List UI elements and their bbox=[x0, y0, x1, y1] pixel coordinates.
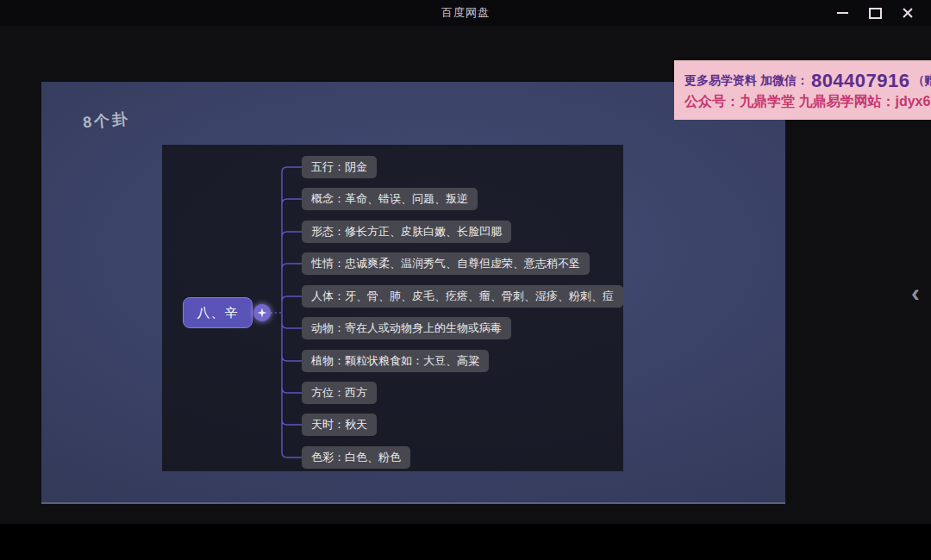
sparkle-icon bbox=[258, 308, 267, 318]
close-button[interactable] bbox=[891, 0, 924, 26]
promo-line1-prefix: 更多易学资料 加微信： bbox=[684, 73, 809, 89]
video-frame[interactable]: 8个卦 八、辛 五行：阴金概念：革命、错误、问题、叛逆形态：修长方正、皮肤白嫩、… bbox=[41, 82, 785, 504]
mindmap-branch: 五行：阴金 bbox=[302, 156, 377, 178]
close-icon bbox=[902, 7, 914, 19]
window-title: 百度网盘 bbox=[441, 5, 490, 21]
mindmap-branch: 人体：牙、骨、肺、皮毛、疙瘩、瘤、骨刺、湿疹、粉刺、痘 bbox=[302, 285, 623, 308]
maximize-icon bbox=[869, 8, 882, 19]
maximize-button[interactable] bbox=[859, 0, 891, 26]
video-watermark-title: 8个卦 bbox=[82, 109, 131, 134]
promo-watermark-overlay: 更多易学资料 加微信： 804407916 （赠送资料） 公众号：九鼎学堂 九鼎… bbox=[674, 60, 931, 120]
promo-line1: 更多易学资料 加微信： 804407916 （赠送资料） bbox=[684, 70, 931, 92]
promo-line2: 公众号：九鼎学堂 九鼎易学网站：jdyx6.com bbox=[684, 93, 931, 111]
mindmap-root-node: 八、辛 bbox=[183, 297, 253, 328]
mindmap-branch: 形态：修长方正、皮肤白嫩、长脸凹腮 bbox=[302, 221, 511, 243]
mindmap-branch: 植物：颗粒状粮食如：大豆、高粱 bbox=[302, 350, 489, 372]
mindmap-branch: 方位：西方 bbox=[302, 382, 377, 404]
mindmap-branch: 动物：寄在人或动物身上的生物或病毒 bbox=[302, 317, 511, 339]
promo-wechat-number: 804407916 bbox=[811, 70, 910, 92]
mindmap-branch: 色彩：白色、粉色 bbox=[302, 446, 410, 469]
mindmap-branch: 天时：秋天 bbox=[302, 414, 377, 436]
promo-line1-suffix: （赠送资料） bbox=[913, 73, 931, 89]
title-bar: 百度网盘 bbox=[0, 0, 931, 26]
minimize-button[interactable] bbox=[826, 0, 859, 26]
window-controls bbox=[826, 0, 924, 26]
panel-collapse-button[interactable]: ‹ bbox=[903, 276, 928, 310]
mindmap-branch: 概念：革命、错误、问题、叛逆 bbox=[302, 188, 478, 210]
node-expand-badge bbox=[253, 304, 271, 321]
minimize-icon bbox=[837, 12, 848, 14]
chevron-left-icon: ‹ bbox=[911, 276, 920, 310]
mindmap-branch: 性情：忠诚爽柔、温润秀气、自尊但虚荣、意志稍不坚 bbox=[302, 252, 590, 275]
